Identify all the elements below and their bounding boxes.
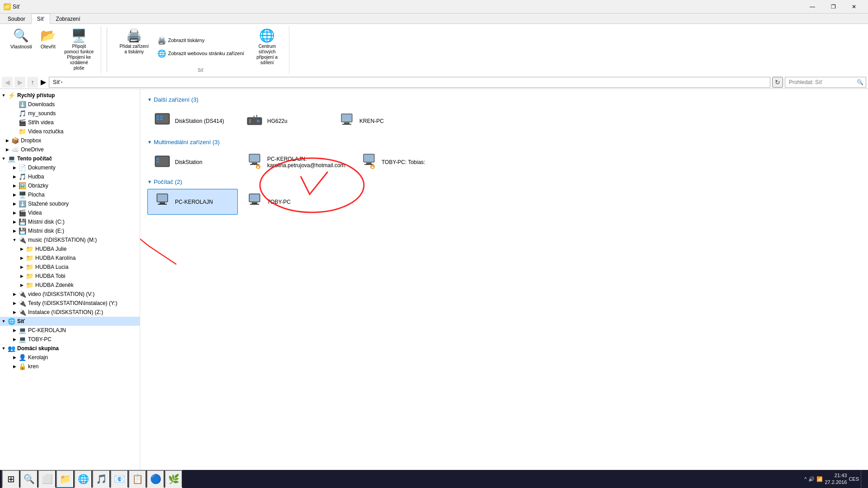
sidebar-item-hudba-lucia[interactable]: ▶ 📁 HUDBA Lucia (0, 263, 140, 272)
sidebar-item-stazene[interactable]: ▶ ⬇️ Stažené soubory (0, 199, 140, 208)
sidebar-item-hudba[interactable]: ▶ 🎵 Hudba (0, 172, 140, 181)
sidebar-item-network[interactable]: ▼ 🌐 Síť (0, 317, 140, 326)
section-pocitac[interactable]: Počítač (2) (147, 178, 861, 185)
sidebar-item-hudba-julie[interactable]: ▶ 📁 HUDBA Julie (0, 244, 140, 253)
toby-pc-label: TOBY-PC (28, 336, 52, 343)
address-path[interactable]: Síť › (49, 77, 770, 88)
sidebar-item-toby-pc[interactable]: ▶ 💻 TOBY-PC (0, 335, 140, 344)
sidebar-item-music-nas[interactable]: ▼ 🔌 music (\\DISKSTATION) (M:) (0, 235, 140, 244)
section-dalsi-zarizeni[interactable]: Další zařízení (3) (147, 96, 861, 103)
multimedialni-grid: DiskStation ▶ PC-KEROLAJN:karolina.petru… (147, 149, 861, 175)
pc-kerolajn-label: PC-KEROLAJN (28, 327, 66, 333)
videa2-label: Videa (28, 210, 42, 216)
svg-rect-10 (256, 115, 257, 118)
start-button[interactable]: ⊞ (2, 470, 20, 488)
diskstation-ds414-name: DiskStation (DS414) (175, 118, 224, 124)
sidebar-item-video-nas[interactable]: ▶ 🔌 video (\\DISKSTATION) (V:) (0, 290, 140, 299)
svg-rect-18 (156, 161, 159, 163)
sidebar-item-disk-e[interactable]: ▶ 💾 Místní disk (E:) (0, 226, 140, 235)
close-button[interactable]: ✕ (844, 0, 864, 14)
device-diskstation-ds414[interactable]: DiskStation (DS414) (147, 107, 238, 135)
device-pc-kerolajn-media[interactable]: ▶ PC-KEROLAJN:karolina.petrujova@hotmail… (240, 149, 352, 175)
tab-sit[interactable]: Síť (31, 14, 50, 24)
toby-pc-main-name: TOBY-PC (267, 199, 291, 205)
search-input[interactable] (785, 77, 866, 88)
pc-kerolajn-media-name: PC-KEROLAJN:karolina.petrujova@hotmail.c… (267, 156, 346, 169)
sidebar-item-quick-access[interactable]: ▼ ⚡ Rychlý přístup (0, 91, 140, 100)
sidebar-item-testy-nas[interactable]: ▶ 🔌 Testy (\\DISKSTATION\Instalace) (Y:) (0, 299, 140, 308)
kren-pc-device-icon (338, 111, 356, 131)
btn-otevrit[interactable]: 📂 Otevřít (37, 27, 59, 51)
device-kren-pc[interactable]: KREN-PC (332, 107, 422, 135)
svg-rect-3 (156, 118, 159, 120)
sidebar-item-kerolajn[interactable]: ▶ 👤 Kerolajn (0, 353, 140, 362)
sidebar-item-hudba-zdenek[interactable]: ▶ 📁 HUDBA Zdeněk (0, 281, 140, 290)
search-button[interactable]: 🔍 (20, 470, 38, 488)
music-nas-label: music (\\DISKSTATION) (M:) (28, 237, 97, 243)
pc-kerolajn-main-name: PC-KEROLAJN (175, 199, 213, 205)
sidebar-item-videa[interactable]: ▶ 🎬 Videa (0, 208, 140, 217)
taskbar-volume-icon[interactable]: 🔊 (808, 476, 815, 482)
sidebar-item-videa-rozlucka[interactable]: 📁 Videa rozlučka (0, 127, 140, 136)
tab-zobrazeni[interactable]: Zobrazení (50, 14, 86, 24)
svg-rect-2 (156, 116, 159, 117)
refresh-button[interactable]: ↻ (772, 77, 783, 88)
btn-zobrazit-tiskarny[interactable]: 🖨️ Zobrazit tiskárny (154, 35, 247, 46)
sidebar-item-dropbox[interactable]: ▶ 📦 Dropbox (0, 136, 140, 145)
title-bar-left: 📁 Síť (4, 3, 20, 10)
sidebar-item-downloads[interactable]: ⬇️ Downloads (0, 100, 140, 109)
diskc-label: Místní disk (C:) (28, 219, 65, 225)
sidebar-item-plocha[interactable]: ▶ 🖥️ Plocha (0, 190, 140, 199)
sidebar-item-disk-c[interactable]: ▶ 💾 Místní disk (C:) (0, 217, 140, 226)
sidebar-item-dokumenty[interactable]: ▶ 📄 Dokumenty (0, 163, 140, 172)
toby-pc-icon: 💻 (18, 336, 26, 343)
btn-vlastnosti[interactable]: 🔍 Vlastnosti (7, 27, 35, 51)
svg-rect-26 (364, 155, 374, 162)
btn-pripojit-plocha[interactable]: 🖥️ Připojit pomocí funkce Připojení ke v… (61, 27, 97, 72)
minimize-button[interactable]: — (802, 0, 823, 14)
svg-rect-27 (366, 163, 372, 164)
device-diskstation-media[interactable]: DiskStation (147, 149, 238, 175)
sidebar-item-this-pc[interactable]: ▼ 💻 Tento počítač (0, 154, 140, 163)
sidebar-item-instalace-nas[interactable]: ▶ 🔌 Instalace (\\DISKSTATION) (Z:) (0, 308, 140, 317)
sidebar-item-strih-videa[interactable]: 🎬 Střih videa (0, 118, 140, 127)
tab-soubor[interactable]: Soubor (2, 14, 31, 24)
taskbar-network-icon[interactable]: 📶 (816, 476, 823, 482)
section-multimedialni[interactable]: Multimediální zařízení (3) (147, 139, 861, 145)
edge-button[interactable]: 🌐 (74, 470, 92, 488)
mail-button[interactable]: 📧 (110, 470, 128, 488)
device-toby-pc-main[interactable]: TOBY-PC (240, 189, 330, 215)
btn-centrum-site[interactable]: 🌐 Centrum síťových připojení a sdílení (249, 27, 285, 67)
btn-zobrazit-web[interactable]: 🌐 Zobrazit webovou stránku zařízení (154, 48, 247, 59)
device-pc-kerolajn-main[interactable]: PC-KEROLAJN (147, 189, 238, 215)
back-button[interactable]: ◀ (2, 77, 13, 88)
search-icon: 🔍 (857, 79, 863, 85)
sidebar-item-pc-kerolajn[interactable]: ▶ 💻 PC-KEROLAJN (0, 326, 140, 335)
video-nas-icon: 🔌 (18, 291, 26, 298)
sidebar-item-kren[interactable]: ▶ 🔒 kren (0, 362, 140, 371)
sidebar-item-my-sounds[interactable]: 🎵 my_sounds (0, 109, 140, 118)
taskbar-expand-icon[interactable]: ^ (804, 476, 807, 482)
sidebar-item-onedrive[interactable]: ▶ ☁️ OneDrive (0, 145, 140, 154)
maximize-button[interactable]: ❐ (823, 0, 844, 14)
sidebar-item-hudba-karolina[interactable]: ▶ 📁 HUDBA Karolína (0, 253, 140, 263)
task-view-button[interactable]: ⬜ (38, 470, 56, 488)
show-desktop-button[interactable] (861, 470, 864, 488)
device-toby-pc-media[interactable]: ▶ TOBY-PC: Tobias: (354, 149, 444, 175)
file-explorer-button[interactable]: 📁 (56, 470, 74, 488)
up-button[interactable]: ↑ (27, 77, 38, 88)
hudba-zdenek-icon: 📁 (25, 282, 33, 289)
toggle-this-pc: ▼ (0, 156, 7, 161)
onenote-button[interactable]: 📋 (128, 470, 146, 488)
forward-button[interactable]: ▶ (14, 77, 25, 88)
app1-button[interactable]: 🔵 (146, 470, 165, 488)
sidebar-item-hudba-tobi[interactable]: ▶ 📁 HUDBA Tobi (0, 272, 140, 281)
sidebar-item-obrazky[interactable]: ▶ 🖼️ Obrázky (0, 181, 140, 190)
sidebar-item-homegroup[interactable]: ▼ 👥 Domácí skupina (0, 344, 140, 353)
device-hg622u[interactable]: HG622u (240, 107, 330, 135)
btn-pridat-zarizeni[interactable]: 🖨️ Přidat zařízení a tiskárny (116, 27, 152, 56)
media-player-button[interactable]: 🎵 (92, 470, 110, 488)
sidebar: ▼ ⚡ Rychlý přístup ⬇️ Downloads 🎵 my_sou… (0, 89, 140, 484)
ribbon-content: 🔍 Vlastnosti 📂 Otevřít 🖥️ Připojit pomoc… (0, 24, 868, 75)
app2-button[interactable]: 🌿 (165, 470, 183, 488)
